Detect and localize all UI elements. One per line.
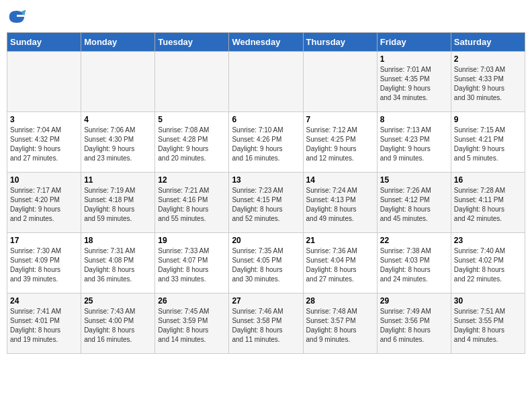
logo [7,7,30,27]
day-info: Sunrise: 7:45 AM Sunset: 3:59 PM Dayligh… [158,307,226,345]
calendar-cell: 14Sunrise: 7:24 AM Sunset: 4:13 PM Dayli… [303,173,377,233]
day-info: Sunrise: 7:17 AM Sunset: 4:20 PM Dayligh… [10,186,78,224]
calendar-cell: 22Sunrise: 7:38 AM Sunset: 4:03 PM Dayli… [377,233,451,293]
day-info: Sunrise: 7:30 AM Sunset: 4:09 PM Dayligh… [10,246,78,284]
day-number: 30 [454,296,522,306]
day-info: Sunrise: 7:48 AM Sunset: 3:57 PM Dayligh… [306,307,374,345]
calendar-cell: 8Sunrise: 7:13 AM Sunset: 4:23 PM Daylig… [377,112,451,173]
calendar-cell: 15Sunrise: 7:26 AM Sunset: 4:12 PM Dayli… [377,173,451,233]
calendar-cell: 19Sunrise: 7:33 AM Sunset: 4:07 PM Dayli… [155,233,229,293]
calendar-cell: 23Sunrise: 7:40 AM Sunset: 4:02 PM Dayli… [451,233,525,293]
day-info: Sunrise: 7:13 AM Sunset: 4:23 PM Dayligh… [380,126,448,163]
calendar-header: SundayMondayTuesdayWednesdayThursdayFrid… [7,33,525,52]
day-number: 21 [306,236,374,245]
weekday-header-monday: Monday [81,33,155,52]
day-number: 11 [84,175,152,185]
calendar-cell: 17Sunrise: 7:30 AM Sunset: 4:09 PM Dayli… [7,233,81,293]
day-number: 28 [306,296,374,306]
calendar-cell [81,52,155,112]
day-number: 5 [158,115,226,124]
calendar-table: SundayMondayTuesdayWednesdayThursdayFrid… [7,32,525,354]
day-info: Sunrise: 7:12 AM Sunset: 4:25 PM Dayligh… [306,126,374,163]
day-number: 18 [84,236,152,245]
logo-icon [7,7,27,27]
calendar-row: 3Sunrise: 7:04 AM Sunset: 4:32 PM Daylig… [7,112,525,173]
day-number: 16 [454,175,522,185]
calendar-row: 1Sunrise: 7:01 AM Sunset: 4:35 PM Daylig… [7,52,525,112]
day-info: Sunrise: 7:26 AM Sunset: 4:12 PM Dayligh… [380,186,448,224]
day-info: Sunrise: 7:15 AM Sunset: 4:21 PM Dayligh… [454,126,522,163]
calendar-cell: 26Sunrise: 7:45 AM Sunset: 3:59 PM Dayli… [155,293,229,354]
calendar-cell: 24Sunrise: 7:41 AM Sunset: 4:01 PM Dayli… [7,293,81,354]
day-number: 27 [232,296,300,306]
day-number: 24 [10,296,78,306]
day-number: 12 [158,175,226,185]
weekday-header-wednesday: Wednesday [229,33,303,52]
calendar-cell [7,52,81,112]
calendar-cell [303,52,377,112]
calendar-cell: 2Sunrise: 7:03 AM Sunset: 4:33 PM Daylig… [451,52,525,112]
day-number: 1 [380,54,448,64]
calendar-cell: 4Sunrise: 7:06 AM Sunset: 4:30 PM Daylig… [81,112,155,173]
weekday-header-sunday: Sunday [7,33,81,52]
day-number: 20 [232,236,300,245]
calendar-cell: 12Sunrise: 7:21 AM Sunset: 4:16 PM Dayli… [155,173,229,233]
calendar-row: 17Sunrise: 7:30 AM Sunset: 4:09 PM Dayli… [7,233,525,293]
calendar-cell: 10Sunrise: 7:17 AM Sunset: 4:20 PM Dayli… [7,173,81,233]
day-info: Sunrise: 7:04 AM Sunset: 4:32 PM Dayligh… [10,126,78,163]
day-info: Sunrise: 7:38 AM Sunset: 4:03 PM Dayligh… [380,246,448,284]
day-number: 8 [380,115,448,124]
day-info: Sunrise: 7:41 AM Sunset: 4:01 PM Dayligh… [10,307,78,345]
calendar-cell: 7Sunrise: 7:12 AM Sunset: 4:25 PM Daylig… [303,112,377,173]
day-info: Sunrise: 7:43 AM Sunset: 4:00 PM Dayligh… [84,307,152,345]
day-number: 10 [10,175,78,185]
calendar-row: 24Sunrise: 7:41 AM Sunset: 4:01 PM Dayli… [7,293,525,354]
day-number: 7 [306,115,374,124]
day-info: Sunrise: 7:24 AM Sunset: 4:13 PM Dayligh… [306,186,374,224]
day-info: Sunrise: 7:35 AM Sunset: 4:05 PM Dayligh… [232,246,300,284]
day-info: Sunrise: 7:36 AM Sunset: 4:04 PM Dayligh… [306,246,374,284]
calendar-cell: 13Sunrise: 7:23 AM Sunset: 4:15 PM Dayli… [229,173,303,233]
day-info: Sunrise: 7:28 AM Sunset: 4:11 PM Dayligh… [454,186,522,224]
day-info: Sunrise: 7:51 AM Sunset: 3:55 PM Dayligh… [454,307,522,345]
calendar-cell: 3Sunrise: 7:04 AM Sunset: 4:32 PM Daylig… [7,112,81,173]
calendar-cell: 5Sunrise: 7:08 AM Sunset: 4:28 PM Daylig… [155,112,229,173]
calendar-cell: 28Sunrise: 7:48 AM Sunset: 3:57 PM Dayli… [303,293,377,354]
day-info: Sunrise: 7:01 AM Sunset: 4:35 PM Dayligh… [380,65,448,103]
calendar-cell: 30Sunrise: 7:51 AM Sunset: 3:55 PM Dayli… [451,293,525,354]
weekday-header-friday: Friday [377,33,451,52]
day-info: Sunrise: 7:33 AM Sunset: 4:07 PM Dayligh… [158,246,226,284]
calendar-cell: 6Sunrise: 7:10 AM Sunset: 4:26 PM Daylig… [229,112,303,173]
day-number: 19 [158,236,226,245]
day-info: Sunrise: 7:06 AM Sunset: 4:30 PM Dayligh… [84,126,152,163]
day-info: Sunrise: 7:49 AM Sunset: 3:56 PM Dayligh… [380,307,448,345]
day-info: Sunrise: 7:19 AM Sunset: 4:18 PM Dayligh… [84,186,152,224]
day-number: 6 [232,115,300,124]
day-number: 23 [454,236,522,245]
calendar-cell: 25Sunrise: 7:43 AM Sunset: 4:00 PM Dayli… [81,293,155,354]
calendar-cell: 29Sunrise: 7:49 AM Sunset: 3:56 PM Dayli… [377,293,451,354]
day-info: Sunrise: 7:21 AM Sunset: 4:16 PM Dayligh… [158,186,226,224]
calendar-cell: 18Sunrise: 7:31 AM Sunset: 4:08 PM Dayli… [81,233,155,293]
calendar-row: 10Sunrise: 7:17 AM Sunset: 4:20 PM Dayli… [7,173,525,233]
calendar-cell: 21Sunrise: 7:36 AM Sunset: 4:04 PM Dayli… [303,233,377,293]
day-number: 29 [380,296,448,306]
day-number: 13 [232,175,300,185]
calendar-cell [155,52,229,112]
calendar-cell: 11Sunrise: 7:19 AM Sunset: 4:18 PM Dayli… [81,173,155,233]
day-number: 25 [84,296,152,306]
calendar-cell: 9Sunrise: 7:15 AM Sunset: 4:21 PM Daylig… [451,112,525,173]
day-number: 17 [10,236,78,245]
day-number: 14 [306,175,374,185]
weekday-header-saturday: Saturday [451,33,525,52]
weekday-header-tuesday: Tuesday [155,33,229,52]
day-number: 2 [454,54,522,64]
day-number: 26 [158,296,226,306]
day-number: 4 [84,115,152,124]
day-info: Sunrise: 7:10 AM Sunset: 4:26 PM Dayligh… [232,126,300,163]
day-info: Sunrise: 7:46 AM Sunset: 3:58 PM Dayligh… [232,307,300,345]
day-info: Sunrise: 7:03 AM Sunset: 4:33 PM Dayligh… [454,65,522,103]
day-info: Sunrise: 7:08 AM Sunset: 4:28 PM Dayligh… [158,126,226,163]
calendar-body: 1Sunrise: 7:01 AM Sunset: 4:35 PM Daylig… [7,52,525,354]
calendar-cell [229,52,303,112]
